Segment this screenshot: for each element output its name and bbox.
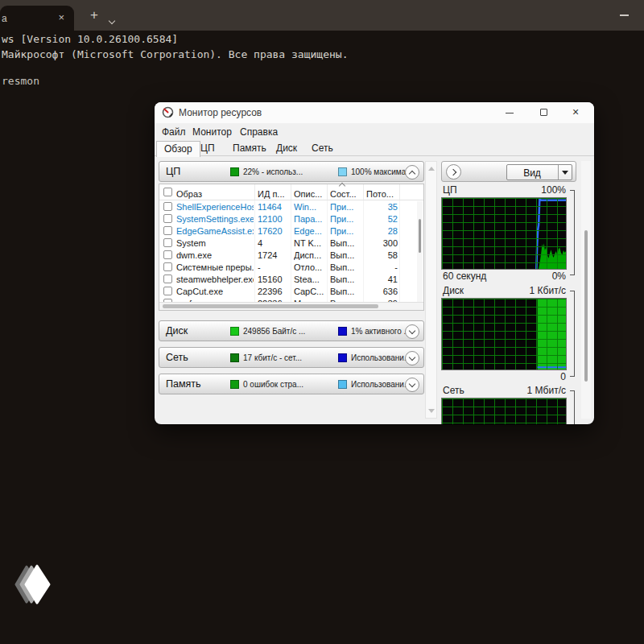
sort-ascending-icon (339, 183, 345, 189)
resource-monitor-window: Монитор ресурсов × Файл Монитор Справка … (155, 102, 594, 424)
scrollbar-thumb[interactable] (163, 304, 378, 308)
menu-file[interactable]: Файл (162, 126, 186, 138)
terminal-prompt-command: resmon (2, 75, 39, 87)
disk-blue-legend-text: 1% активного ... (351, 327, 411, 336)
table-cell: Дисп... (294, 250, 326, 260)
network-expand-button[interactable] (405, 351, 419, 365)
table-cell: 58 (363, 250, 398, 260)
cpu-blue-legend-text: 100% максима... (351, 167, 413, 176)
tab-strip: Обзор ЦП Память Диск Сеть (155, 141, 594, 156)
table-cell: SystemSettings.exe (176, 214, 254, 224)
table-header-row[interactable]: Образ ИД п... Опис... Сост... Пото... (159, 184, 423, 200)
table-cell: - (363, 262, 398, 272)
table-cell: Отло... (294, 262, 326, 272)
tab-memory[interactable]: Память (225, 141, 274, 156)
graphs-vertical-scrollbar[interactable] (581, 161, 591, 419)
cpu-graph-plot (441, 197, 567, 270)
graphs-collapse-button[interactable] (446, 164, 461, 180)
chevron-up-icon (409, 171, 415, 177)
table-row[interactable]: CapCut.exe22396CapC...Вып...636 (159, 285, 423, 297)
watermark-logo (10, 561, 54, 611)
table-cell: 300 (363, 238, 398, 248)
column-threads[interactable]: Пото... (366, 189, 394, 199)
tab-disk[interactable]: Диск (269, 141, 304, 156)
select-all-checkbox[interactable] (163, 188, 172, 196)
tab-dropdown-button[interactable] (109, 12, 114, 27)
table-row[interactable]: SystemSettings.exe12100Пара...При...52 (159, 213, 423, 225)
row-checkbox[interactable] (163, 202, 172, 211)
network-section-label: Сеть (166, 352, 188, 363)
memory-green-legend-swatch (230, 380, 239, 389)
table-cell: 17620 (258, 226, 291, 236)
table-row[interactable]: dwm.exe1724Дисп...Вып...58 (159, 249, 423, 261)
table-cell: Пара... (294, 214, 326, 224)
chevron-down-icon (109, 18, 115, 24)
cpu-section-header[interactable]: ЦП 22% - использ... 100% максима... (159, 161, 424, 182)
network-section-header[interactable]: Сеть 17 кбит/с - сет... Использовани... (159, 347, 424, 368)
row-checkbox[interactable] (163, 238, 172, 247)
table-cell: dwm.exe (176, 250, 254, 260)
scroll-down-arrow-icon[interactable] (428, 409, 435, 413)
menu-help[interactable]: Справка (240, 126, 278, 138)
row-checkbox[interactable] (163, 287, 172, 295)
terminal-tab[interactable]: a × (0, 6, 74, 31)
column-description[interactable]: Опис... (294, 189, 322, 199)
cpu-graph-min-label: 0% (552, 270, 566, 282)
scroll-up-arrow-icon[interactable] (428, 167, 435, 171)
table-horizontal-scrollbar[interactable] (159, 302, 423, 310)
table-row[interactable]: Системные преры...-Отло...Вып...- (159, 261, 423, 273)
network-graph-title: Сеть (443, 385, 464, 398)
column-status[interactable]: Сост... (330, 189, 357, 199)
table-cell: Вып... (330, 262, 362, 272)
view-button[interactable]: Вид (506, 164, 572, 180)
maximize-button[interactable] (530, 102, 557, 123)
disk-expand-button[interactable] (405, 324, 419, 339)
terminal-minimize-button[interactable] (612, 8, 636, 23)
cpu-green-legend-text: 22% - использ... (243, 167, 303, 176)
minimize-button[interactable] (496, 102, 523, 123)
row-checkbox[interactable] (163, 226, 172, 235)
tab-close-icon[interactable]: × (58, 11, 64, 23)
menu-monitor[interactable]: Монитор (192, 126, 232, 138)
window-title: Монитор ресурсов (179, 107, 262, 118)
cpu-graph-title: ЦП (443, 184, 457, 197)
disk-section-header[interactable]: Диск 249856 Байт/с ... 1% активного ... (159, 320, 424, 341)
minimize-icon (620, 14, 629, 16)
table-row[interactable]: steamwebhelper.exe15160Stea...Вып...41 (159, 273, 423, 285)
network-graph-max-label: 1 Мбит/с (527, 385, 566, 398)
cpu-collapse-button[interactable] (405, 165, 419, 180)
table-cell: 12100 (258, 214, 291, 224)
table-cell: Вып... (330, 238, 362, 248)
table-row[interactable]: System4NT K...Вып...300 (159, 237, 423, 249)
cpu-section-label: ЦП (166, 166, 180, 177)
table-row[interactable]: ShellExperienceHos...11464Win...При...35 (159, 200, 423, 213)
scrollbar-thumb[interactable] (419, 219, 421, 253)
row-checkbox[interactable] (163, 262, 172, 271)
column-image[interactable]: Образ (176, 189, 202, 199)
scrollbar-thumb[interactable] (584, 230, 588, 382)
table-cell: При... (330, 214, 362, 224)
close-button[interactable]: × (562, 102, 589, 123)
table-cell: Edge... (294, 226, 326, 236)
tab-network[interactable]: Сеть (304, 141, 341, 156)
resource-monitor-icon (162, 106, 174, 122)
panel-vertical-scrollbar[interactable] (425, 161, 437, 419)
network-graph: Сеть1 Мбит/с (441, 384, 576, 424)
column-pid[interactable]: ИД п... (258, 189, 285, 199)
table-row[interactable]: EdgeGameAssist.exe17620Edge...При...28 (159, 225, 423, 237)
table-vertical-scrollbar[interactable] (417, 201, 423, 303)
memory-section-header[interactable]: Память 0 ошибок стра... Использовани... (159, 374, 424, 394)
window-titlebar[interactable]: Монитор ресурсов × (155, 102, 594, 123)
table-cell: 52 (363, 214, 398, 224)
network-blue-legend-swatch (338, 353, 347, 362)
disk-graph-min-label: 0 (560, 371, 566, 382)
table-cell: steamwebhelper.exe (176, 275, 254, 284)
row-checkbox[interactable] (163, 214, 172, 223)
memory-expand-button[interactable] (405, 378, 419, 392)
new-tab-button[interactable]: + (84, 5, 105, 26)
row-checkbox[interactable] (163, 275, 172, 283)
row-checkbox[interactable] (163, 250, 172, 259)
view-dropdown-button[interactable] (558, 165, 572, 180)
chevron-down-icon (409, 328, 415, 334)
tab-cpu[interactable]: ЦП (193, 141, 222, 156)
